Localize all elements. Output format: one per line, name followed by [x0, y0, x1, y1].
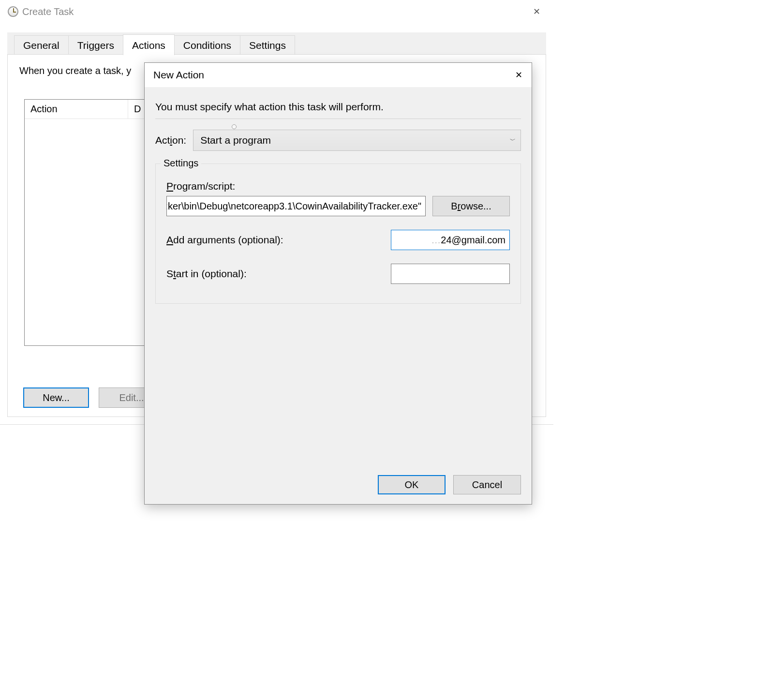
cancel-button[interactable]: Cancel — [453, 475, 521, 494]
settings-group: Settings Program/script: :ker\bin\Debug\… — [155, 164, 521, 304]
settings-group-legend: Settings — [161, 158, 201, 169]
action-type-label: Action: — [155, 134, 186, 146]
program-script-label: Program/script: — [166, 180, 510, 192]
tab-general[interactable]: General — [14, 35, 69, 55]
program-script-row: :ker\bin\Debug\netcoreapp3.1\CowinAvaila… — [166, 196, 510, 216]
new-action-body: You must specify what action this task w… — [145, 88, 532, 304]
clock-icon — [8, 6, 18, 17]
action-type-selected: Start a program — [200, 134, 271, 146]
arguments-input[interactable]: …24@gmail.com — [391, 230, 510, 250]
action-type-dropdown[interactable]: Start a program ﹀ — [193, 130, 521, 151]
tab-settings[interactable]: Settings — [240, 35, 295, 55]
new-action-titlebar: New Action ✕ — [145, 63, 532, 88]
ok-button[interactable]: OK — [378, 475, 446, 494]
startin-input[interactable] — [391, 264, 510, 284]
arguments-row: Add arguments (optional): …24@gmail.com — [166, 230, 510, 250]
new-action-instruction: You must specify what action this task w… — [155, 101, 521, 119]
new-action-button[interactable]: New... — [23, 387, 89, 408]
radio-indicator-icon — [232, 124, 237, 129]
column-header-action[interactable]: Action — [25, 100, 128, 119]
close-icon: ✕ — [533, 6, 540, 17]
actions-button-row: New... Edit... — [23, 387, 164, 408]
new-action-title: New Action — [153, 69, 204, 81]
action-type-row: Action: Start a program ﹀ — [155, 130, 521, 151]
new-action-dialog: New Action ✕ You must specify what actio… — [144, 62, 532, 505]
tab-conditions[interactable]: Conditions — [174, 35, 240, 55]
program-script-input[interactable]: :ker\bin\Debug\netcoreapp3.1\CowinAvaila… — [166, 196, 426, 216]
startin-label: Start in (optional): — [166, 268, 391, 280]
new-action-close-button[interactable]: ✕ — [507, 65, 530, 85]
create-task-tabstrip: General Triggers Actions Conditions Sett… — [7, 32, 546, 55]
separator — [155, 119, 521, 119]
startin-row: Start in (optional): — [166, 264, 510, 284]
close-icon: ✕ — [515, 70, 522, 80]
arguments-label: Add arguments (optional): — [166, 234, 391, 246]
tab-triggers[interactable]: Triggers — [68, 35, 123, 55]
create-task-close-button[interactable]: ✕ — [525, 4, 548, 19]
create-task-title: Create Task — [22, 6, 74, 17]
new-action-footer: OK Cancel — [378, 475, 521, 494]
browse-button[interactable]: Browse... — [432, 196, 510, 216]
create-task-titlebar: Create Task ✕ — [0, 0, 553, 23]
tab-actions[interactable]: Actions — [123, 34, 175, 55]
chevron-down-icon: ﹀ — [510, 136, 516, 145]
